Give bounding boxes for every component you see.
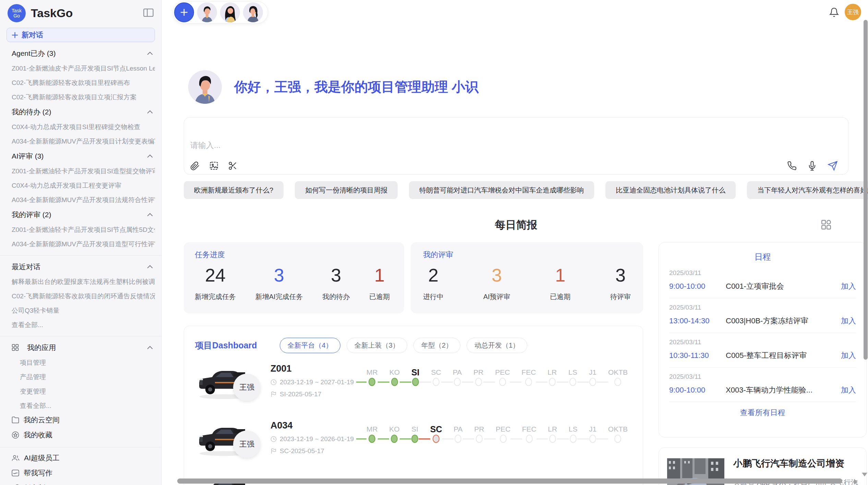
flag-icon xyxy=(270,448,277,454)
owner-badge: 王强 xyxy=(233,431,261,458)
clock-icon xyxy=(270,379,277,385)
briefing-header: 每日简报 xyxy=(184,217,848,233)
app-root: Task Go TaskGo 新对话 Agent已办 (3)Z001-全新燃油皮… xyxy=(0,0,868,485)
sidebar-task-item[interactable]: A034-全新新能源MUV产品开发项目法规符合性评审 xyxy=(12,196,155,203)
dashboard-tab[interactable]: 全新上装（3） xyxy=(347,338,407,353)
view-all-chats-link[interactable]: 查看全部... xyxy=(12,321,155,328)
app-item[interactable]: 产品管理 xyxy=(20,373,155,381)
chat-input-card: 请输入... xyxy=(184,117,848,175)
voice-call-icon[interactable] xyxy=(787,161,797,171)
sidebar-item-creative-draw[interactable]: 创意制图 xyxy=(12,484,153,485)
milestone: J1 xyxy=(589,367,596,386)
sidebar-task-item[interactable]: Z001-全新燃油皮卡产品开发项目SI节点Lesson Learn报告 xyxy=(12,64,155,72)
microphone-icon[interactable] xyxy=(807,161,817,171)
view-all-schedule-link[interactable]: 查看所有日程 xyxy=(669,408,856,418)
schedule-date: 2025/03/11 xyxy=(669,304,856,311)
send-icon[interactable] xyxy=(828,161,838,171)
sidebar-section-apps[interactable]: 我的应用 xyxy=(12,343,153,352)
sidebar-item-ai-staff[interactable]: AI超级员工 xyxy=(12,453,153,462)
app-item[interactable]: 项目管理 xyxy=(20,358,155,366)
recent-chat-item[interactable]: 公司Q3轻卡销量 xyxy=(12,306,155,314)
sidebar-item-cloud[interactable]: 我的云空间 xyxy=(12,415,153,424)
sidebar-section-header[interactable]: AI评审 (3) xyxy=(12,152,153,160)
recent-chat-item[interactable]: C02-飞腾新能源轻客改款项目的闭环通告反馈情况 xyxy=(12,292,155,300)
stat: 1已逾期 xyxy=(369,264,390,301)
app-logo: Task Go xyxy=(8,4,26,22)
sidebar-collapse-icon[interactable] xyxy=(143,8,154,18)
timeline-segment xyxy=(441,382,453,383)
dashboard-tab[interactable]: 全新平台（4） xyxy=(280,338,340,353)
suggestion-chip[interactable]: 比亚迪全固态电池计划具体说了什么 xyxy=(605,181,736,199)
project-code[interactable]: A034 xyxy=(270,420,356,431)
sidebar-section-recent[interactable]: 最近对话 xyxy=(12,262,153,271)
join-link[interactable]: 加入 xyxy=(841,281,856,291)
main-content: 你好，王强，我是你的项目管理助理 小识 请输入... 欧洲新规最近颁布了什么?如… xyxy=(162,0,868,485)
sidebar-section-header[interactable]: 我的待办 (2) xyxy=(12,108,153,116)
timeline-segment xyxy=(463,438,474,439)
join-link[interactable]: 加入 xyxy=(841,316,856,326)
logo-line2: Go xyxy=(13,13,20,18)
milestone-label: OKTB xyxy=(608,424,628,435)
sidebar-task-item[interactable]: C02-飞腾新能源轻客改款项目立项汇报方案 xyxy=(12,93,155,101)
stat: 1已逾期 xyxy=(550,264,570,301)
recent-chat-item[interactable]: 解释最新出台的欧盟报废车法规再生塑料比例被调至15%... xyxy=(12,277,155,285)
dashboard-tab[interactable]: 年型（2） xyxy=(413,338,460,353)
schedule-name: X003-车辆动力学性能验... xyxy=(726,385,837,395)
timeline-segment xyxy=(557,382,568,383)
sidebar-task-item[interactable]: A034-全新新能源MUV产品开发项目计划变更表编写 xyxy=(12,137,155,145)
milestone-label: PA xyxy=(453,367,462,378)
sidebar-task-item[interactable]: A034-全新新能源MUV产品开发项目造型可行性评审 xyxy=(12,240,155,248)
suggestion-chip[interactable]: 如何写一份清晰的项目周报 xyxy=(295,181,398,199)
chat-input[interactable]: 请输入... xyxy=(190,140,838,151)
sidebar-section-header[interactable]: Agent已办 (3) xyxy=(12,49,153,58)
milestone-label: PR xyxy=(473,367,483,378)
attachment-icon[interactable] xyxy=(190,161,200,171)
suggestion-chip[interactable]: 当下年轻人对汽车外观有怎样的喜好趋势 xyxy=(747,181,868,199)
app-item[interactable]: 查看全部... xyxy=(20,401,155,409)
image-upload-icon[interactable] xyxy=(209,161,219,171)
new-chat-label: 新对话 xyxy=(22,30,43,40)
scissors-icon[interactable] xyxy=(228,161,238,171)
sidebar-task-item[interactable]: C0X4-动力总成开发项目SI里程碑提交物检查 xyxy=(12,123,155,130)
join-link[interactable]: 加入 xyxy=(841,385,856,395)
new-chat-button[interactable]: 新对话 xyxy=(7,28,155,42)
milestone-label: LR xyxy=(547,367,557,378)
vertical-scrollbar[interactable] xyxy=(864,20,868,360)
sidebar-task-item[interactable]: C02-飞腾新能源轻客改款项目里程碑画布 xyxy=(12,78,155,86)
stat-value: 24 xyxy=(205,264,226,286)
timeline-segment xyxy=(577,382,589,383)
app-item[interactable]: 变更管理 xyxy=(20,387,155,395)
sidebar-task-item[interactable]: Z001-全新燃油轻卡产品开发项目SI造型提交物评审 xyxy=(12,167,155,175)
milestone: PA xyxy=(454,424,462,443)
sidebar-item-label: 我的收藏 xyxy=(24,430,52,440)
timeline-segment xyxy=(577,438,589,439)
card-title: 任务进度 xyxy=(195,250,390,260)
schedule-time: 9:00-10:00 xyxy=(669,282,726,291)
milestone-label: PR xyxy=(474,424,484,435)
divider xyxy=(0,255,161,256)
milestone-label: J1 xyxy=(589,367,596,378)
project-row: 王强A0342023-12-19 ~ 2026-01-19SC-2025-05-… xyxy=(195,419,628,467)
scroll-right-arrow[interactable] xyxy=(854,479,858,485)
chevron-up-icon xyxy=(147,110,153,114)
join-link[interactable]: 加入 xyxy=(841,350,856,361)
schedule-date: 2025/03/11 xyxy=(669,373,856,381)
sidebar-task-item[interactable]: C0X4-动力总成开发项目工程变更评审 xyxy=(12,181,155,189)
layout-grid-icon[interactable] xyxy=(820,219,832,232)
sidebar-section-header[interactable]: 我的评审 (2) xyxy=(12,210,153,219)
project-code[interactable]: Z001 xyxy=(270,363,356,374)
suggestion-chip[interactable]: 特朗普可能对进口汽车增税会对中国车企造成哪些影响 xyxy=(409,181,594,199)
sidebar-item-writing[interactable]: 帮我写作 xyxy=(12,469,153,477)
sidebar-item-favorites[interactable]: 我的收藏 xyxy=(12,431,153,439)
milestone: PA xyxy=(453,367,462,386)
sidebar-task-item[interactable]: Z001-全新燃油轻卡产品开发项目SI节点属性5D文件评审 xyxy=(12,225,155,233)
chevron-up-icon xyxy=(147,154,153,158)
schedule-time: 9:00-10:00 xyxy=(669,386,726,395)
suggestion-chip[interactable]: 欧洲新规最近颁布了什么? xyxy=(184,181,284,199)
scroll-down-arrow[interactable] xyxy=(862,473,867,476)
schedule-card: 日程 2025/03/119:00-10:00C001-立项审批会加入2025/… xyxy=(659,242,867,437)
dashboard-tab[interactable]: 动总开发（1） xyxy=(467,338,527,353)
timeline-segment xyxy=(483,382,495,383)
stat: 24新增完成任务 xyxy=(195,264,236,301)
horizontal-scrollbar[interactable] xyxy=(177,478,842,484)
